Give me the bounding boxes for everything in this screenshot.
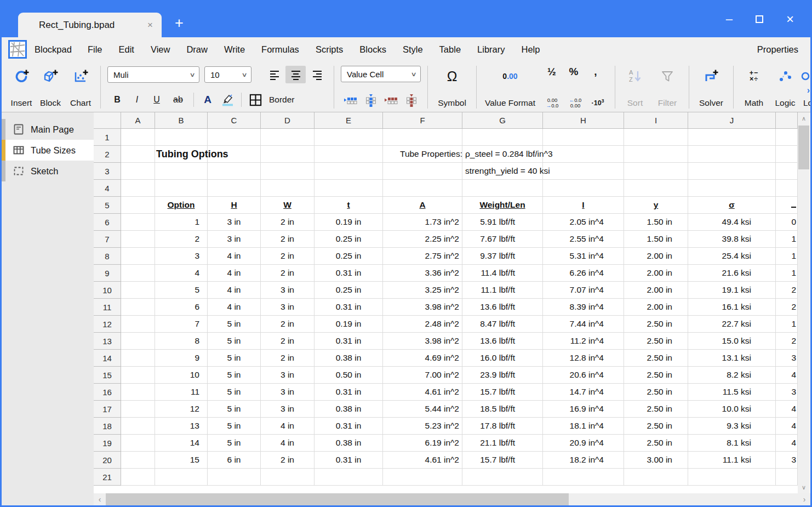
cell-D8[interactable]: 2 in [261,248,314,265]
cell-I10[interactable]: 2.00 in [624,282,688,299]
cell-J15[interactable]: 8.2 ksi [688,367,776,384]
cell-K10[interactable]: 2 [776,282,798,299]
cell-A5[interactable] [121,197,155,214]
cell-F4[interactable] [383,180,462,197]
cell-F19[interactable]: 6.19 in^2 [383,435,462,452]
maximize-button[interactable] [756,15,763,23]
cell-G13[interactable]: 13.6 lbf/ft [462,333,543,350]
menu-view[interactable]: View [142,44,178,55]
cell-A2[interactable] [121,146,155,163]
cell-G10[interactable]: 11.1 lbf/ft [462,282,543,299]
cell-C10[interactable]: 4 in [208,282,261,299]
filter-button[interactable]: Filter [650,64,684,110]
cell-H17[interactable]: 16.9 in^4 [543,401,624,418]
cell-C14[interactable]: 5 in [208,350,261,367]
cell-G16[interactable]: 15.7 lbf/ft [462,384,543,401]
minimize-button[interactable]: – [726,14,733,25]
cell-B15[interactable]: 10 [155,367,208,384]
cell-H3[interactable] [543,163,624,180]
cell-C11[interactable]: 4 in [208,299,261,316]
cell-style-select[interactable]: Value Cell ∨ [341,66,421,82]
cell-F1[interactable] [383,129,462,146]
strikethrough-button[interactable]: ab [167,92,190,108]
cell-I18[interactable]: 2.50 in [624,418,688,435]
cell-B19[interactable]: 14 [155,435,208,452]
symbol-button[interactable]: Ω Symbol [432,64,472,110]
row-header-18[interactable]: 18 [94,418,121,435]
cell-D9[interactable]: 2 in [261,265,314,282]
cell-F18[interactable]: 5.23 in^2 [383,418,462,435]
align-center-button[interactable] [285,66,306,83]
scroll-up-arrow-icon[interactable]: ∧ [798,112,810,124]
cell-G11[interactable]: 13.6 lbf/ft [462,299,543,316]
cell-F2[interactable] [383,146,462,163]
cell-D17[interactable]: 3 in [261,401,314,418]
cell-K14[interactable]: 3 [776,350,798,367]
cell-E13[interactable]: 0.31 in [314,333,383,350]
cell-F15[interactable]: 7.00 in^2 [383,367,462,384]
cell-E8[interactable]: 0.25 in [314,248,383,265]
sidebar-item-sketch[interactable]: Sketch [2,161,94,181]
cell-D13[interactable]: 2 in [261,333,314,350]
cell-J12[interactable]: 22.7 ksi [688,316,776,333]
cell-E9[interactable]: 0.31 in [314,265,383,282]
cell-H6[interactable]: 2.05 in^4 [543,214,624,231]
cell-E15[interactable]: 0.50 in [314,367,383,384]
cell-K9[interactable]: 1 [776,265,798,282]
cell-J16[interactable]: 11.5 ksi [688,384,776,401]
cell-E20[interactable]: 0.31 in [314,452,383,469]
cell-G6[interactable]: 5.91 lbf/ft [462,214,543,231]
cell-K12[interactable]: 1 [776,316,798,333]
row-header-4[interactable]: 4 [94,180,121,197]
cell-F9[interactable]: 3.36 in^2 [383,265,462,282]
cell-I16[interactable]: 2.50 in [624,384,688,401]
cell-G19[interactable]: 21.1 lbf/ft [462,435,543,452]
cell-K19[interactable]: 4 [776,435,798,452]
column-header-A[interactable]: A [121,112,155,129]
cell-K13[interactable]: 2 [776,333,798,350]
cell-B18[interactable]: 13 [155,418,208,435]
cell-J10[interactable]: 19.1 ksi [688,282,776,299]
row-header-7[interactable]: 7 [94,231,121,248]
cell-E2[interactable] [314,146,383,163]
row-header-9[interactable]: 9 [94,265,121,282]
row-header-13[interactable]: 13 [94,333,121,350]
cell-A4[interactable] [121,180,155,197]
cell-E16[interactable]: 0.31 in [314,384,383,401]
cell-H1[interactable] [543,129,624,146]
cell-D21[interactable] [261,469,314,486]
row-header-21[interactable]: 21 [94,469,121,486]
cell-B21[interactable] [155,469,208,486]
cell-G3[interactable] [462,163,543,180]
cell-A12[interactable] [121,316,155,333]
cell-B1[interactable] [155,129,208,146]
tab-close-icon[interactable]: × [147,20,153,31]
cell-G15[interactable]: 23.9 lbf/ft [462,367,543,384]
cell-G12[interactable]: 8.47 lbf/ft [462,316,543,333]
cell-D19[interactable]: 4 in [261,435,314,452]
cell-G1[interactable] [462,129,543,146]
cell-A7[interactable] [121,231,155,248]
cell-E4[interactable] [314,180,383,197]
cell-C17[interactable]: 5 in [208,401,261,418]
toolbar-overflow-chevron-icon[interactable]: › [807,86,810,95]
cell-D20[interactable]: 2 in [261,452,314,469]
cell-A16[interactable] [121,384,155,401]
border-button[interactable] [245,92,265,108]
cell-H4[interactable] [543,180,624,197]
column-header-D[interactable]: D [261,112,314,129]
cell-F8[interactable]: 2.75 in^2 [383,248,462,265]
cell-K6[interactable]: 0 [776,214,798,231]
cell-C7[interactable]: 3 in [208,231,261,248]
cell-J21[interactable] [688,469,776,486]
underline-button[interactable]: U [147,92,167,108]
cell-E17[interactable]: 0.38 in [314,401,383,418]
cell-E21[interactable] [314,469,383,486]
menu-draw[interactable]: Draw [178,44,216,55]
cell-B4[interactable] [155,180,208,197]
menu-properties[interactable]: Properties [749,44,806,55]
cell-H8[interactable]: 5.31 in^4 [543,248,624,265]
cell-E7[interactable]: 0.25 in [314,231,383,248]
cell-B17[interactable]: 12 [155,401,208,418]
cell-C8[interactable]: 4 in [208,248,261,265]
